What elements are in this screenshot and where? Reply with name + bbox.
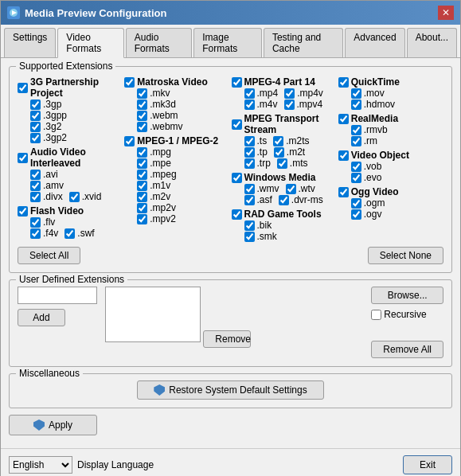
cb-3gpp[interactable]: [30, 111, 41, 121]
cb-ogg-header[interactable]: [338, 187, 349, 197]
cb-vob[interactable]: [351, 162, 361, 172]
cb-asf[interactable]: [244, 195, 255, 205]
select-none-button[interactable]: Select None: [368, 247, 443, 264]
cb-mpv4[interactable]: [284, 99, 295, 110]
cb-ogv[interactable]: [351, 209, 361, 220]
cb-ogm[interactable]: [351, 198, 361, 209]
close-button[interactable]: ✕: [438, 6, 454, 20]
label-rad[interactable]: RAD Game Tools: [244, 209, 322, 220]
cb-mpv2[interactable]: [137, 214, 147, 224]
browse-button[interactable]: Browse...: [371, 287, 443, 304]
tab-advanced[interactable]: Advanced: [345, 28, 404, 57]
cb-dvrms[interactable]: [279, 195, 289, 205]
cb-flash-header[interactable]: [18, 206, 28, 217]
cb-mp2v[interactable]: [137, 203, 147, 213]
ext-col-4: QuickTime .mov .hdmov RealMedia .rmvb .r…: [338, 73, 443, 242]
cb-evo[interactable]: [351, 173, 361, 183]
tab-image-formats[interactable]: Image Formats: [193, 28, 262, 57]
label-mpts[interactable]: MPEG Transport Stream: [244, 113, 337, 135]
cb-rad-header[interactable]: [232, 209, 242, 220]
remove-button[interactable]: Remove: [203, 330, 251, 348]
cb-m2t[interactable]: [274, 147, 284, 158]
cb-wmedia-header[interactable]: [232, 173, 242, 183]
cb-mpeg12-header[interactable]: [124, 136, 135, 146]
cb-rmvb[interactable]: [351, 125, 361, 135]
label-ogg[interactable]: Ogg Video: [351, 186, 399, 197]
cb-m2ts[interactable]: [273, 136, 283, 146]
cb-webm[interactable]: [137, 111, 147, 121]
cb-m4v[interactable]: [244, 99, 255, 110]
cb-mkv[interactable]: [137, 88, 147, 99]
cb-rm[interactable]: [351, 136, 361, 146]
label-3gpp[interactable]: 3G Partnership Project: [30, 76, 123, 99]
recursive-checkbox[interactable]: [371, 310, 381, 320]
cb-mts[interactable]: [277, 158, 287, 169]
cb-swf[interactable]: [64, 228, 75, 239]
cb-rm-header[interactable]: [338, 114, 349, 124]
cb-trp[interactable]: [244, 158, 255, 169]
cb-hdmov[interactable]: [351, 99, 361, 110]
cb-mpeg[interactable]: [137, 170, 147, 180]
group-avi: Audio Video Interleaved: [18, 146, 123, 169]
cb-mp4v[interactable]: [284, 88, 295, 99]
tab-settings[interactable]: Settings: [4, 28, 56, 57]
f4v-row: .f4v .swf: [18, 228, 123, 239]
cb-3gpp-header[interactable]: [18, 83, 28, 93]
label-avi[interactable]: Audio Video Interleaved: [30, 146, 123, 169]
cb-avi-header[interactable]: [18, 153, 28, 163]
cb-mov[interactable]: [351, 88, 361, 99]
label-mpeg12[interactable]: MPEG-1 / MPEG-2: [137, 135, 218, 146]
apply-button[interactable]: Apply: [9, 415, 97, 435]
cb-f4v[interactable]: [30, 228, 41, 239]
tab-about[interactable]: About...: [407, 28, 457, 57]
label-mkv[interactable]: Matroska Video: [137, 76, 207, 88]
cb-mp4[interactable]: [244, 88, 255, 99]
divx-row: .divx .xvid: [18, 191, 123, 202]
user-ext-input[interactable]: [18, 287, 97, 304]
tab-audio-formats[interactable]: Audio Formats: [126, 28, 193, 57]
cb-mkv-header[interactable]: [124, 77, 135, 88]
cb-divx[interactable]: [30, 192, 41, 202]
recursive-label[interactable]: Recursive: [384, 309, 426, 320]
label-wmedia[interactable]: Windows Media: [244, 172, 316, 183]
cb-ts[interactable]: [244, 136, 255, 146]
cb-smk[interactable]: [244, 232, 255, 242]
group-3gpp: 3G Partnership Project: [18, 76, 123, 99]
tab-testing-cache[interactable]: Testing and Cache: [264, 28, 343, 57]
language-combo[interactable]: English: [9, 456, 72, 474]
cb-qt-header[interactable]: [338, 77, 349, 88]
cb-tp[interactable]: [244, 147, 255, 158]
cb-mpeg4-header[interactable]: [232, 77, 242, 88]
cb-m1v[interactable]: [137, 181, 147, 191]
cb-wtv[interactable]: [286, 184, 296, 194]
language-label: Display Language: [77, 459, 154, 470]
cb-avi[interactable]: [30, 170, 41, 180]
label-vobj[interactable]: Video Object: [351, 150, 409, 161]
label-mpeg4[interactable]: MPEG-4 Part 14: [244, 76, 315, 88]
remove-all-button[interactable]: Remove All: [371, 341, 443, 358]
add-button[interactable]: Add: [18, 309, 65, 326]
cb-3gp2[interactable]: [30, 133, 41, 143]
cb-mpe[interactable]: [137, 158, 147, 169]
select-all-button[interactable]: Select All: [18, 247, 80, 264]
label-rm[interactable]: RealMedia: [351, 113, 398, 124]
cb-3gp[interactable]: [30, 99, 41, 110]
restore-button[interactable]: Restore System Default Settings: [137, 380, 323, 400]
cb-vobj-header[interactable]: [338, 150, 349, 161]
cb-3g2[interactable]: [30, 122, 41, 132]
label-flash[interactable]: Flash Video: [30, 205, 84, 217]
tab-video-formats[interactable]: Video Formats: [57, 28, 123, 58]
cb-flv[interactable]: [30, 217, 41, 228]
exit-button[interactable]: Exit: [403, 455, 452, 474]
cb-bik[interactable]: [244, 220, 255, 231]
cb-mpg[interactable]: [137, 147, 147, 158]
cb-mpts-header[interactable]: [232, 119, 242, 130]
cb-xvid[interactable]: [69, 192, 80, 202]
cb-amv[interactable]: [30, 181, 41, 191]
cb-webmv[interactable]: [137, 122, 147, 132]
user-ext-list[interactable]: [105, 287, 201, 342]
cb-wmv[interactable]: [244, 184, 255, 194]
label-qt[interactable]: QuickTime: [351, 76, 400, 88]
cb-m2v[interactable]: [137, 192, 147, 202]
cb-mk3d[interactable]: [137, 99, 147, 110]
